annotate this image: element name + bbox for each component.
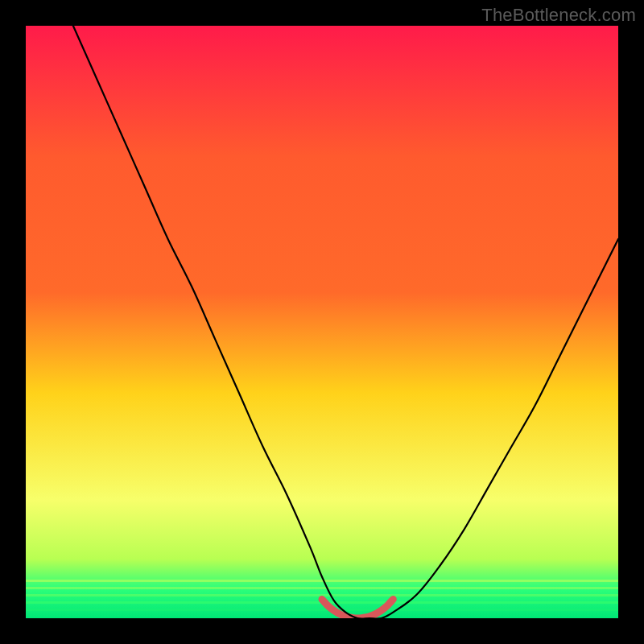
green-band <box>26 580 618 582</box>
green-band <box>26 587 618 589</box>
green-band <box>26 609 618 611</box>
plot-area <box>26 26 618 618</box>
watermark-text: TheBottleneck.com <box>481 5 636 26</box>
bottleneck-chart <box>26 26 618 618</box>
chart-frame: TheBottleneck.com <box>0 0 644 644</box>
gradient-background <box>26 26 618 618</box>
